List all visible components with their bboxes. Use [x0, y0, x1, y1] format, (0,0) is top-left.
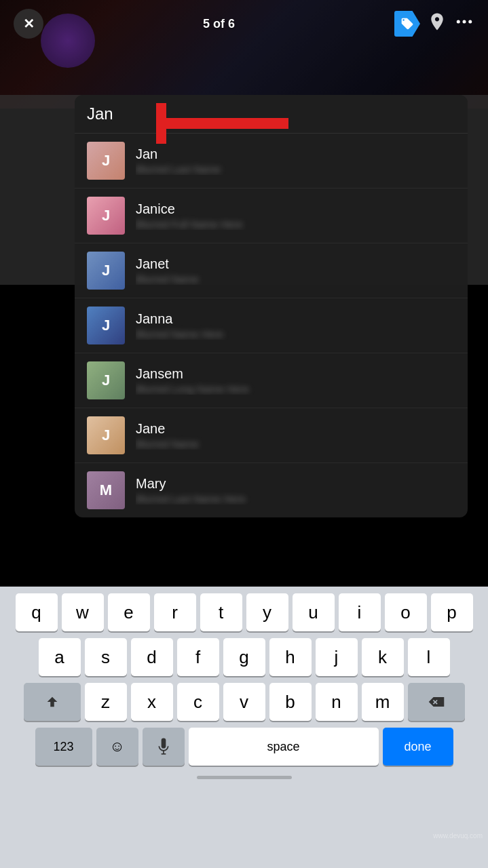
- top-bar: ✕ 5 of 6: [0, 0, 488, 47]
- contact-info: JanBlurred Last Name: [136, 146, 455, 175]
- key-u[interactable]: u: [293, 593, 335, 631]
- contact-info: JaneBlurred Name: [136, 421, 455, 450]
- svg-rect-5: [161, 738, 166, 749]
- key-c[interactable]: c: [177, 683, 219, 721]
- key-q[interactable]: q: [16, 593, 58, 631]
- key-n[interactable]: n: [316, 683, 358, 721]
- contact-avatar: J: [87, 142, 125, 180]
- key-g[interactable]: g: [223, 638, 265, 676]
- key-d[interactable]: d: [131, 638, 173, 676]
- svg-point-0: [457, 20, 460, 24]
- watermark: www.devuq.com: [433, 832, 483, 840]
- delete-key[interactable]: [408, 683, 465, 721]
- contact-avatar: J: [87, 252, 125, 290]
- svg-point-1: [462, 20, 466, 24]
- contact-detail: Blurred Last Name Here: [136, 493, 455, 505]
- contact-avatar: J: [87, 307, 125, 344]
- key-v[interactable]: v: [223, 683, 265, 721]
- contact-info: JannaBlurred Name Here: [136, 311, 455, 340]
- key-f[interactable]: f: [177, 638, 219, 676]
- key-j[interactable]: j: [316, 638, 358, 676]
- mic-key[interactable]: [143, 728, 185, 766]
- contact-detail: Blurred Name Here: [136, 328, 455, 340]
- key-w[interactable]: w: [62, 593, 104, 631]
- keyboard-row-2: asdfghjkl: [3, 638, 485, 676]
- contact-detail: Blurred Name: [136, 273, 455, 285]
- key-t[interactable]: t: [200, 593, 242, 631]
- contact-name: Janice: [136, 201, 455, 217]
- contact-list: JJanBlurred Last NameJJaniceBlurred Full…: [75, 133, 468, 517]
- contact-avatar: J: [87, 416, 125, 454]
- contact-info: JaniceBlurred Full Name Here: [136, 201, 455, 230]
- home-indicator: [197, 776, 292, 779]
- contact-name: Jansem: [136, 366, 455, 382]
- key-s[interactable]: s: [85, 638, 127, 676]
- contact-name: Janet: [136, 256, 455, 272]
- key-i[interactable]: i: [339, 593, 381, 631]
- contact-avatar: J: [87, 197, 125, 235]
- key-x[interactable]: x: [131, 683, 173, 721]
- contact-item[interactable]: JJannaBlurred Name Here: [75, 298, 468, 353]
- key-r[interactable]: r: [154, 593, 196, 631]
- keyboard-row-1: qwertyuiop: [3, 593, 485, 631]
- contact-name: Jane: [136, 421, 455, 437]
- contact-detail: Blurred Name: [136, 438, 455, 450]
- contact-item[interactable]: JJaneBlurred Name: [75, 408, 468, 463]
- key-k[interactable]: k: [362, 638, 404, 676]
- key-b[interactable]: b: [269, 683, 312, 721]
- contact-detail: Blurred Last Name: [136, 163, 455, 175]
- location-icon[interactable]: [427, 12, 447, 37]
- contact-detail: Blurred Full Name Here: [136, 218, 455, 230]
- tag-icon[interactable]: [394, 11, 420, 37]
- numbers-key[interactable]: 123: [35, 728, 92, 766]
- close-button[interactable]: ✕: [14, 9, 43, 39]
- red-arrow: [156, 103, 292, 144]
- contact-info: JanetBlurred Name: [136, 256, 455, 285]
- contact-name: Jan: [136, 146, 455, 162]
- contact-name: Janna: [136, 311, 455, 327]
- home-bar: [0, 766, 488, 789]
- contact-name: Mary: [136, 476, 455, 492]
- contact-info: JansemBlurred Long Name Here: [136, 366, 455, 395]
- keyboard-row-bottom: 123 ☺ space done: [3, 728, 485, 766]
- keyboard-rows: qwertyuiop asdfghjkl zxcvbnm 123 ☺ space…: [0, 587, 488, 766]
- photo-counter: 5 of 6: [203, 17, 235, 31]
- keyboard-row-3: zxcvbnm: [3, 683, 485, 721]
- key-o[interactable]: o: [385, 593, 427, 631]
- key-h[interactable]: h: [269, 638, 312, 676]
- keyboard: qwertyuiop asdfghjkl zxcvbnm 123 ☺ space…: [0, 587, 488, 868]
- key-l[interactable]: l: [408, 638, 450, 676]
- more-options-icon[interactable]: [454, 12, 474, 36]
- done-key[interactable]: done: [383, 728, 453, 766]
- contact-avatar: J: [87, 361, 125, 399]
- key-y[interactable]: y: [246, 593, 288, 631]
- key-m[interactable]: m: [362, 683, 404, 721]
- contact-item[interactable]: JJaniceBlurred Full Name Here: [75, 189, 468, 243]
- contact-info: MaryBlurred Last Name Here: [136, 476, 455, 505]
- contact-detail: Blurred Long Name Here: [136, 383, 455, 395]
- key-a[interactable]: a: [39, 638, 81, 676]
- space-key[interactable]: space: [189, 728, 379, 766]
- contact-item[interactable]: JJansemBlurred Long Name Here: [75, 353, 468, 408]
- key-z[interactable]: z: [85, 683, 127, 721]
- key-p[interactable]: p: [431, 593, 473, 631]
- contact-item[interactable]: JJanetBlurred Name: [75, 243, 468, 298]
- search-dropdown: JJanBlurred Last NameJJaniceBlurred Full…: [75, 95, 468, 517]
- contact-item[interactable]: MMaryBlurred Last Name Here: [75, 463, 468, 517]
- key-e[interactable]: e: [108, 593, 150, 631]
- emoji-key[interactable]: ☺: [96, 728, 138, 766]
- top-right-actions: [394, 11, 474, 37]
- contact-avatar: M: [87, 471, 125, 509]
- shift-key[interactable]: [24, 683, 81, 721]
- svg-point-2: [468, 20, 472, 24]
